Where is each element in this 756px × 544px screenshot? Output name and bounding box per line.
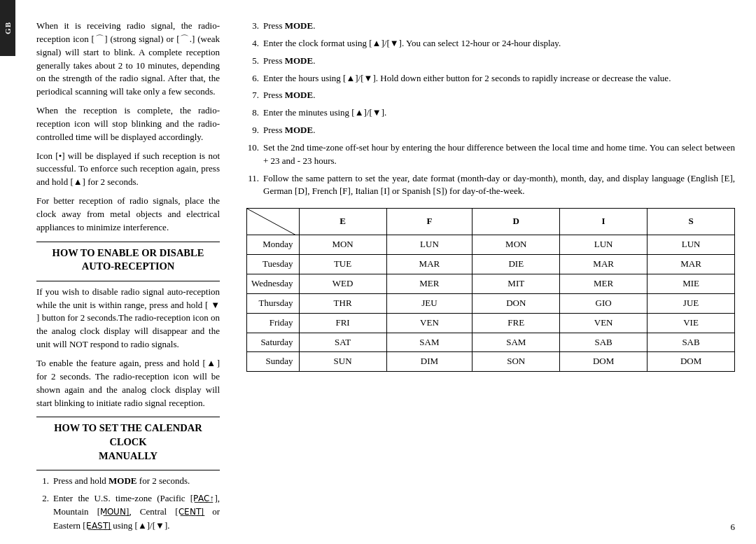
day-sunday-en: Sunday	[247, 352, 300, 372]
para-signal-3: Icon [•] will be displayed if such recep…	[36, 150, 220, 190]
para-signal-4: For better reception of radio signals, p…	[36, 195, 220, 235]
gb-tab: GB	[0, 0, 15, 56]
day-friday-i: VEN	[560, 313, 648, 333]
table-row: Wednesday WED MER MIT MER MIE	[247, 274, 735, 293]
step-4: 4. Enter the clock format using [▲]/[▼].…	[246, 37, 735, 50]
day-thursday-i: GIO	[560, 293, 648, 313]
day-thursday-s: JUE	[648, 293, 735, 313]
step-8: 8. Enter the minutes using [▲]/[▼].	[246, 106, 735, 120]
step-9: 9. Press MODE.	[246, 124, 735, 137]
para-signal-1: When it is receiving radio signal, the r…	[36, 20, 220, 99]
table-header-row: E F D I S	[247, 209, 735, 235]
table-header-i: I	[560, 209, 648, 235]
divider-1	[36, 242, 220, 242]
divider-2	[36, 281, 220, 281]
day-thursday-d: DON	[472, 293, 560, 313]
day-saturday-d: SAM	[472, 333, 560, 352]
page-container: GB When it is receiving radio signal, th…	[0, 0, 756, 544]
step-6: 6. Enter the hours using [▲]/[▼]. Hold d…	[246, 72, 735, 85]
table-row: Saturday SAT SAM SAM SAB SAB	[247, 333, 735, 352]
day-monday-s: LUN	[648, 235, 735, 255]
table-row: Sunday SUN DIM SON DOM DOM	[247, 352, 735, 372]
day-sunday-f: DIM	[386, 352, 472, 372]
day-friday-s: VIE	[648, 313, 735, 333]
day-saturday-i: SAB	[560, 333, 648, 352]
manual-steps-left: 1. Press and hold MODE for 2 seconds. 2.…	[36, 475, 220, 533]
step-11: 11. Follow the same pattern to set the y…	[246, 172, 735, 199]
section1-title: HOW TO ENABLE OR DISABLE AUTO-RECEPTION	[36, 246, 220, 274]
table-header-d: D	[472, 209, 560, 235]
day-thursday-e: THR	[299, 293, 386, 313]
diagonal-line-svg	[247, 209, 296, 235]
table-row: Thursday THR JEU DON GIO JUE	[247, 293, 735, 313]
day-tuesday-i: MAR	[560, 255, 648, 274]
step-10: 10. Set the 2nd time-zone off-set hour b…	[246, 141, 735, 168]
day-thursday-en: Thursday	[247, 293, 300, 313]
day-wednesday-d: MIT	[472, 274, 560, 293]
svg-line-0	[247, 209, 296, 235]
day-monday-i: LUN	[560, 235, 648, 255]
auto-reception-para2: To enable the feature again, press and h…	[36, 357, 220, 410]
divider-3	[36, 417, 220, 417]
day-tuesday-d: DIE	[472, 255, 560, 274]
step-3: 3. Press MODE.	[246, 20, 735, 33]
day-monday-en: Monday	[247, 235, 300, 255]
divider-4	[36, 470, 220, 470]
day-tuesday-e: TUE	[299, 255, 386, 274]
day-sunday-s: DOM	[648, 352, 735, 372]
right-column: 3. Press MODE. 4. Enter the clock format…	[232, 0, 756, 544]
day-tuesday-en: Tuesday	[247, 255, 300, 274]
table-header-f: F	[386, 209, 472, 235]
day-saturday-e: SAT	[299, 333, 386, 352]
left-column: When it is receiving radio signal, the r…	[15, 0, 232, 544]
manual-steps-right: 3. Press MODE. 4. Enter the clock format…	[246, 20, 735, 198]
day-monday-e: MON	[299, 235, 386, 255]
day-monday-d: MON	[472, 235, 560, 255]
step-5: 5. Press MODE.	[246, 55, 735, 68]
day-tuesday-s: MAR	[648, 255, 735, 274]
table-row: Monday MON LUN MON LUN LUN	[247, 235, 735, 255]
table-header-diagonal	[247, 209, 300, 235]
table-body: Monday MON LUN MON LUN LUN Tuesday TUE M…	[247, 235, 735, 372]
day-saturday-s: SAB	[648, 333, 735, 352]
gb-label: GB	[4, 22, 12, 34]
table-row: Tuesday TUE MAR DIE MAR MAR	[247, 255, 735, 274]
table-header-e: E	[299, 209, 386, 235]
day-wednesday-e: WED	[299, 274, 386, 293]
day-sunday-d: SON	[472, 352, 560, 372]
day-wednesday-s: MIE	[648, 274, 735, 293]
day-wednesday-en: Wednesday	[247, 274, 300, 293]
day-thursday-f: JEU	[386, 293, 472, 313]
table-row: Friday FRI VEN FRE VEN VIE	[247, 313, 735, 333]
step-1: 1. Press and hold MODE for 2 seconds.	[36, 475, 220, 488]
para-signal-2: When the reception is complete, the radi…	[36, 104, 220, 144]
step-2: 2. Enter the U.S. time-zone (Pacific [P͟…	[36, 492, 220, 533]
day-saturday-en: Saturday	[247, 333, 300, 352]
page-number: 6	[731, 521, 736, 534]
step-7: 7. Press MODE.	[246, 89, 735, 102]
day-wednesday-f: MER	[386, 274, 472, 293]
table-header-s: S	[648, 209, 735, 235]
day-wednesday-i: MER	[560, 274, 648, 293]
day-sunday-e: SUN	[299, 352, 386, 372]
day-friday-e: FRI	[299, 313, 386, 333]
day-friday-en: Friday	[247, 313, 300, 333]
section2-title: HOW TO SET THE CALENDAR CLOCK MANUALLY	[36, 421, 220, 463]
day-sunday-i: DOM	[560, 352, 648, 372]
day-tuesday-f: MAR	[386, 255, 472, 274]
auto-reception-para1: If you wish to disable radio signal auto…	[36, 286, 220, 351]
days-table: E F D I S Monday MON LUN MON LUN LUN Tue	[246, 208, 735, 372]
day-saturday-f: SAM	[386, 333, 472, 352]
day-friday-f: VEN	[386, 313, 472, 333]
day-monday-f: LUN	[386, 235, 472, 255]
day-friday-d: FRE	[472, 313, 560, 333]
